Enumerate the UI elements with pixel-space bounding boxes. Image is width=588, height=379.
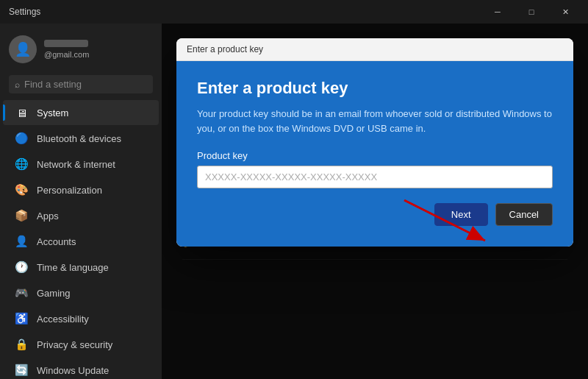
sidebar-label-privacy: Privacy & security: [37, 339, 112, 350]
modal-heading: Enter a product key: [197, 79, 553, 98]
user-info: @gmail.com: [44, 40, 89, 59]
user-name-blur: [44, 40, 88, 47]
next-button[interactable]: Next: [434, 203, 488, 226]
sidebar: 👤 @gmail.com ⌕ 🖥 System 🔵 Bluetooth & de…: [0, 24, 162, 379]
sidebar-label-bluetooth: Bluetooth & devices: [37, 133, 121, 144]
gaming-icon: 🎮: [15, 286, 28, 300]
system-icon: 🖥: [15, 106, 28, 119]
user-email: @gmail.com: [44, 50, 89, 59]
sidebar-item-bluetooth[interactable]: 🔵 Bluetooth & devices: [3, 126, 159, 151]
sidebar-label-apps: Apps: [37, 210, 59, 222]
title-bar-left: Settings: [9, 7, 40, 17]
sidebar-item-accessibility[interactable]: ♿ Accessibility: [3, 306, 159, 331]
sidebar-item-network[interactable]: 🌐 Network & internet: [3, 152, 159, 177]
apps-icon: 📦: [15, 209, 28, 222]
accessibility-icon: ♿: [15, 312, 28, 325]
sidebar-label-time: Time & language: [37, 262, 109, 273]
sidebar-label-system: System: [37, 107, 68, 118]
avatar: 👤: [9, 35, 37, 63]
app-layout: 👤 @gmail.com ⌕ 🖥 System 🔵 Bluetooth & de…: [0, 24, 588, 379]
cancel-button[interactable]: Cancel: [495, 203, 553, 226]
accounts-icon: 👤: [15, 235, 28, 248]
modal-input-label: Product key: [197, 150, 553, 161]
sidebar-nav: 🖥 System 🔵 Bluetooth & devices 🌐 Network…: [0, 99, 162, 379]
time-icon: 🕐: [15, 261, 28, 274]
sidebar-item-system[interactable]: 🖥 System: [3, 100, 159, 125]
winupdate-icon: 🔄: [15, 364, 28, 377]
maximize-button[interactable]: □: [514, 0, 548, 24]
settings-title: Settings: [9, 7, 40, 17]
content-area: System > Activation 🔑 Change product key…: [162, 24, 588, 379]
modal-window: Enter a product key Enter a product key …: [176, 38, 573, 247]
title-bar-controls: ─ □ ✕: [481, 0, 582, 24]
sidebar-label-winupdate: Windows Update: [37, 365, 109, 376]
modal-actions: Next Cancel: [197, 203, 553, 226]
sidebar-label-accounts: Accounts: [37, 236, 76, 247]
sidebar-label-network: Network & internet: [37, 159, 115, 170]
sidebar-item-winupdate[interactable]: 🔄 Windows Update: [3, 358, 159, 379]
sidebar-item-gaming[interactable]: 🎮 Gaming: [3, 280, 159, 305]
modal-overlay: Enter a product key Enter a product key …: [162, 24, 588, 379]
sidebar-item-accounts[interactable]: 👤 Accounts: [3, 229, 159, 254]
personalization-icon: 🎨: [15, 183, 28, 196]
modal-description: Your product key should be in an email f…: [197, 107, 553, 135]
sidebar-label-personalization: Personalization: [37, 185, 102, 196]
sidebar-item-privacy[interactable]: 🔒 Privacy & security: [3, 332, 159, 357]
sidebar-item-personalization[interactable]: 🎨 Personalization: [3, 177, 159, 202]
search-box[interactable]: ⌕: [9, 75, 153, 93]
privacy-icon: 🔒: [15, 338, 28, 351]
title-bar: Settings ─ □ ✕: [0, 0, 588, 24]
search-input[interactable]: [24, 79, 147, 90]
modal-title-bar: Enter a product key: [176, 38, 573, 61]
search-icon: ⌕: [15, 79, 20, 90]
product-key-input[interactable]: [197, 166, 553, 188]
network-icon: 🌐: [15, 157, 28, 171]
modal-title: Enter a product key: [187, 44, 263, 54]
sidebar-label-accessibility: Accessibility: [37, 314, 89, 325]
sidebar-label-gaming: Gaming: [37, 288, 71, 299]
sidebar-item-apps[interactable]: 📦 Apps: [3, 203, 159, 228]
user-section: 👤 @gmail.com: [0, 29, 162, 75]
sidebar-item-time[interactable]: 🕐 Time & language: [3, 255, 159, 280]
modal-body: Enter a product key Your product key sho…: [176, 61, 573, 247]
close-button[interactable]: ✕: [548, 0, 582, 24]
bluetooth-icon: 🔵: [15, 132, 28, 145]
minimize-button[interactable]: ─: [481, 0, 514, 24]
